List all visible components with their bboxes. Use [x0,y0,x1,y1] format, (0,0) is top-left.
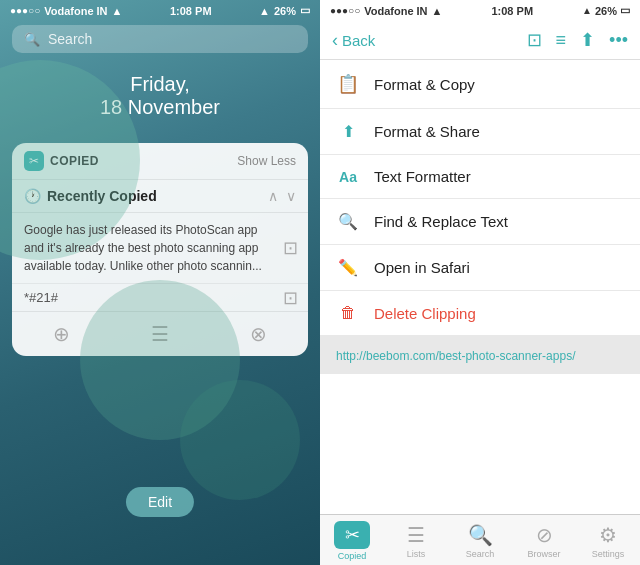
format-copy-icon: 📋 [336,73,360,95]
more-icon[interactable]: ••• [609,30,628,51]
url-text[interactable]: http://beebom.com/best-photo-scanner-app… [336,349,575,363]
chevron-up-icon[interactable]: ∧ [268,188,278,204]
battery-right: 26% [595,5,617,17]
copied-hash-area: *#21# ⊡ [12,283,308,311]
menu-item-delete-clipping[interactable]: 🗑 Delete Clipping [320,291,640,336]
back-button[interactable]: ‹ Back [332,30,375,51]
carrier-name-left: Vodafone IN [44,5,107,17]
format-share-icon: ⬆ [336,122,360,141]
menu-item-format-share[interactable]: ⬆ Format & Share [320,109,640,155]
battery-group-right: ▲ 26% ▭ [582,4,630,17]
back-label: Back [342,32,375,49]
menu-item-find-replace[interactable]: 🔍 Find & Replace Text [320,199,640,245]
open-safari-label: Open in Safari [374,259,470,276]
signal-dots: ●●●○○ [10,5,40,16]
browser-tab-icon: ⊘ [536,523,553,547]
copied-tab-icon-inner: ✂ [345,524,360,546]
menu-item-format-copy[interactable]: 📋 Format & Copy [320,60,640,109]
battery-left: 26% [274,5,296,17]
carrier-left: ●●●○○ Vodafone IN ▲ [10,5,122,17]
add-button[interactable]: ⊕ [53,322,70,346]
chevron-group: ∧ ∨ [268,188,296,204]
menu-item-text-formatter[interactable]: Aa Text Formatter [320,155,640,199]
format-copy-label: Format & Copy [374,76,475,93]
battery-group-left: ▲ 26% ▭ [259,4,310,17]
status-bar-left: ●●●○○ Vodafone IN ▲ 1:08 PM ▲ 26% ▭ [0,0,320,21]
nav-icons: ⊡ ≡ ⬆ ••• [527,29,628,51]
open-safari-icon: ✏️ [336,258,360,277]
menu-item-open-safari[interactable]: ✏️ Open in Safari [320,245,640,291]
find-replace-label: Find & Replace Text [374,213,508,230]
copied-tab-icon: ✂ [334,521,370,549]
search-icon-left: 🔍 [24,32,40,47]
carrier-right: Vodafone IN [364,5,427,17]
copied-content-text: Google has just released its PhotoScan a… [24,221,296,275]
battery-icon-left: ▭ [300,4,310,17]
tab-settings[interactable]: ⚙ Settings [576,523,640,559]
status-bar-right: ●●●○○ Vodafone IN ▲ 1:08 PM ▲ 26% ▭ [320,0,640,21]
show-less-button[interactable]: Show Less [237,154,296,168]
edit-button[interactable]: Edit [126,487,194,517]
right-panel: ●●●○○ Vodafone IN ▲ 1:08 PM ▲ 26% ▭ ‹ Ba… [320,0,640,565]
tab-settings-label: Settings [592,549,625,559]
status-right-left: ●●●○○ Vodafone IN ▲ [330,5,442,17]
tab-lists-label: Lists [407,549,426,559]
tab-search-label: Search [466,549,495,559]
signal-dots-right: ●●●○○ [330,5,360,16]
back-chevron-icon: ‹ [332,30,338,51]
close-button[interactable]: ⊗ [250,322,267,346]
lists-tab-icon: ☰ [407,523,425,547]
search-bar[interactable]: 🔍 Search [12,25,308,53]
left-panel: ●●●○○ Vodafone IN ▲ 1:08 PM ▲ 26% ▭ 🔍 Se… [0,0,320,565]
time-right: 1:08 PM [491,5,533,17]
nav-bar: ‹ Back ⊡ ≡ ⬆ ••• [320,21,640,60]
hash-copy-icon[interactable]: ⊡ [283,287,298,309]
location-icon-left: ▲ [259,5,270,17]
bg-blob-3 [180,380,300,500]
search-placeholder: Search [48,31,92,47]
url-area: http://beebom.com/best-photo-scanner-app… [320,336,640,374]
text-formatter-label: Text Formatter [374,168,471,185]
copied-content-area: Google has just released its PhotoScan a… [12,213,308,283]
text-formatter-icon: Aa [336,169,360,185]
tab-copied-label: Copied [338,551,367,561]
delete-clipping-label: Delete Clipping [374,305,476,322]
copy-icon-right[interactable]: ⊡ [283,235,298,262]
time-display-left: 1:08 PM [170,5,212,17]
settings-tab-icon: ⚙ [599,523,617,547]
chevron-down-icon[interactable]: ∨ [286,188,296,204]
tab-search[interactable]: 🔍 Search [448,523,512,559]
menu-list: 📋 Format & Copy ⬆ Format & Share Aa Text… [320,60,640,514]
location-icon-right: ▲ [582,5,592,16]
tab-lists[interactable]: ☰ Lists [384,523,448,559]
delete-clipping-icon: 🗑 [336,304,360,322]
share-icon[interactable]: ⬆ [580,29,595,51]
find-replace-icon: 🔍 [336,212,360,231]
menu-icon[interactable]: ≡ [556,30,567,51]
tab-browser[interactable]: ⊘ Browser [512,523,576,559]
tab-copied[interactable]: ✂ Copied [320,521,384,561]
tab-browser-label: Browser [527,549,560,559]
tab-bar: ✂ Copied ☰ Lists 🔍 Search ⊘ Browser ⚙ Se… [320,514,640,565]
time-left: 1:08 PM [170,5,212,17]
hash-text: *#21# [24,290,58,305]
split-view-icon[interactable]: ⊡ [527,29,542,51]
wifi-icon-right: ▲ [432,5,443,17]
wifi-icon-left: ▲ [112,5,123,17]
format-share-label: Format & Share [374,123,480,140]
battery-icon-right: ▭ [620,4,630,17]
search-tab-icon: 🔍 [468,523,493,547]
